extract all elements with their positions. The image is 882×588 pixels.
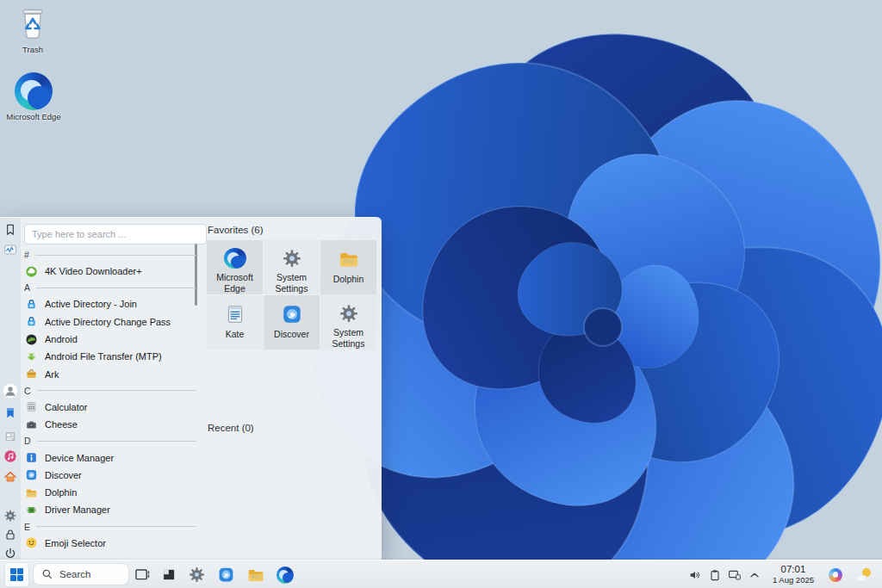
lock-blue-icon (25, 298, 38, 311)
desktop-icon-label: Microsoft Edge (6, 112, 60, 121)
app-item-device-manager[interactable]: Device Manager (24, 449, 196, 466)
favorite-tile-dolphin[interactable]: Dolphin (320, 240, 376, 294)
folder-icon (338, 248, 360, 270)
favorites-header: Favorites (6) (208, 225, 264, 235)
copilot-icon[interactable] (829, 568, 842, 582)
favorite-tile-microsoft-edge[interactable]: Microsoft Edge (207, 240, 263, 294)
desktop-icon-trash[interactable]: Trash (10, 5, 55, 54)
desktop-pager-icon[interactable] (162, 567, 177, 582)
edge-icon (224, 248, 246, 269)
section-header: A (24, 280, 196, 295)
app-item-ark[interactable]: Ark (24, 365, 196, 382)
desktop-icon-microsoft-edge[interactable]: Microsoft Edge (7, 72, 60, 121)
settings-gear-icon[interactable] (3, 509, 17, 523)
edge-icon (15, 72, 53, 110)
clipboard-icon[interactable] (708, 568, 722, 582)
favorite-tile-system-settings[interactable]: System Settings (264, 240, 320, 294)
device-manager-icon (25, 451, 38, 464)
taskbar-pinned-apps (134, 560, 294, 588)
favorites-panel: Favorites (6) Microsoft Edge System Sett… (207, 218, 379, 560)
discover-icon (25, 468, 38, 481)
app-item-android-file-transfer[interactable]: Android File Transfer (MTP) (24, 348, 196, 365)
app-item-4k-video-downloader[interactable]: 4K Video Downloader+ (24, 263, 196, 280)
taskbar-search-label: Search (59, 569, 90, 579)
app-item-discover[interactable]: Discover (24, 467, 196, 484)
app-item-cheese[interactable]: Cheese (24, 416, 196, 433)
chip-icon (25, 504, 38, 517)
settings-gear-icon (338, 303, 360, 324)
start-menu: # 4K Video Downloader+ A Active Director… (0, 217, 382, 560)
favorite-tile-kate[interactable]: Kate (207, 295, 263, 350)
windows-logo-icon (10, 568, 24, 582)
app-list: # 4K Video Downloader+ A Active Director… (24, 247, 196, 552)
settings-gear-icon (281, 248, 303, 269)
connected-devices-icon[interactable] (728, 568, 742, 582)
tray-expand-chevron-icon[interactable] (748, 568, 761, 582)
app-item-active-directory-change-pass[interactable]: Active Directory Change Pass (24, 313, 196, 331)
documents-icon[interactable] (3, 430, 17, 443)
recent-header: Recent (0) (208, 423, 254, 433)
task-view-icon[interactable] (134, 566, 151, 583)
app-item-active-directory-join[interactable]: Active Directory - Join (24, 295, 196, 313)
cloud-download-icon (25, 265, 38, 278)
favorites-grid: Microsoft Edge System Settings Dolphin K… (207, 240, 376, 350)
app-item-emoji-selector[interactable]: Emoji Selector (24, 535, 196, 552)
app-item-driver-manager[interactable]: Driver Manager (24, 501, 196, 518)
discover-taskbar-icon[interactable] (217, 566, 235, 584)
discover-icon (281, 303, 303, 325)
start-button[interactable] (5, 563, 28, 586)
desktop-icon-label: Trash (22, 45, 43, 54)
user-avatar-icon[interactable] (3, 383, 18, 399)
home-folder-icon[interactable] (3, 470, 17, 484)
section-header: D (24, 433, 196, 449)
system-tray: 07:01 1 Aug 2025 (682, 560, 882, 588)
archive-box-icon (25, 368, 38, 381)
bookmarks-icon[interactable] (3, 406, 17, 420)
emoji-smiley-icon (25, 536, 38, 549)
section-header: # (24, 247, 196, 263)
clock-time: 07:01 (773, 564, 814, 575)
trash-icon (16, 5, 49, 43)
camera-icon (25, 418, 38, 431)
app-item-calculator[interactable]: Calculator (24, 399, 196, 416)
lock-blue-icon (25, 315, 38, 328)
favorite-tile-discover[interactable]: Discover (264, 295, 320, 350)
section-header: C (24, 383, 196, 399)
app-item-android[interactable]: Android (24, 331, 196, 348)
folder-icon (25, 486, 38, 499)
section-header: E (24, 519, 196, 535)
weather-icon[interactable] (856, 568, 872, 582)
dolphin-taskbar-icon[interactable] (246, 566, 265, 585)
lock-icon[interactable] (3, 528, 17, 542)
volume-icon[interactable] (688, 568, 702, 582)
search-icon (41, 568, 53, 580)
clock[interactable]: 07:01 1 Aug 2025 (773, 564, 814, 585)
start-menu-sidebar (0, 218, 21, 560)
clock-date: 1 Aug 2025 (773, 576, 814, 585)
calculator-icon (25, 400, 38, 413)
music-icon[interactable] (3, 449, 17, 463)
android-icon (25, 333, 38, 346)
bookmark-icon[interactable] (3, 223, 17, 237)
app-item-dolphin[interactable]: Dolphin (24, 484, 196, 501)
power-icon[interactable] (3, 547, 17, 560)
taskbar-search[interactable]: Search (34, 564, 128, 585)
taskbar: Search 07:01 1 Aug 2025 (0, 560, 882, 588)
edge-taskbar-icon[interactable] (276, 566, 294, 584)
start-menu-search-input[interactable] (24, 224, 207, 244)
favorite-tile-system-settings[interactable]: System Settings (320, 295, 376, 350)
activity-monitor-icon[interactable] (3, 243, 17, 257)
notepad-icon (224, 303, 246, 325)
system-settings-taskbar-icon[interactable] (188, 566, 206, 584)
android-robot-icon (25, 350, 38, 363)
